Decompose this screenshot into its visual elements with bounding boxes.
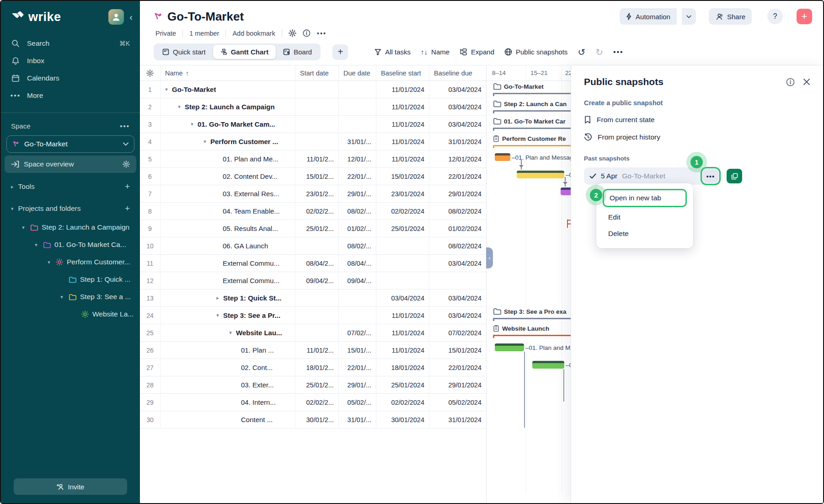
sidebar-item-search[interactable]: Search ⌘K bbox=[1, 35, 140, 52]
splitter-handle[interactable]: ‹ bbox=[486, 247, 493, 268]
snapshot-more-button[interactable]: ••• bbox=[703, 169, 718, 183]
due-date-cell[interactable]: 07/02/... bbox=[339, 324, 376, 341]
sidebar-item-more[interactable]: ••• More bbox=[1, 87, 140, 104]
start-date-cell[interactable] bbox=[295, 81, 339, 98]
tree-item[interactable]: Website La... bbox=[1, 306, 140, 323]
task-name-cell[interactable]: ▾Website Lau... bbox=[161, 324, 295, 341]
option-from-current-state[interactable]: From current state bbox=[584, 116, 810, 124]
start-date-cell[interactable]: 11/01/2... bbox=[295, 342, 339, 359]
chevron-down-icon[interactable]: ▾ bbox=[214, 312, 221, 318]
due-date-cell[interactable]: 31/01/... bbox=[339, 411, 376, 428]
start-date-cell[interactable] bbox=[295, 324, 339, 341]
due-date-cell[interactable]: 09/04/... bbox=[339, 272, 376, 289]
more-options-icon[interactable]: ••• bbox=[317, 30, 326, 37]
baseline-start-cell[interactable]: 25/01/2024 bbox=[376, 376, 429, 393]
sidebar-item-calendars[interactable]: Calendars bbox=[1, 70, 140, 87]
gantt-task-bar[interactable] bbox=[495, 343, 524, 351]
sidebar-section-projects[interactable]: ▾ Projects and folders + bbox=[1, 199, 140, 218]
help-button[interactable]: ? bbox=[767, 9, 783, 24]
column-header-baseline-start[interactable]: Baseline start bbox=[376, 65, 429, 80]
gantt-summary-item[interactable]: Step 2: Launch a Can bbox=[493, 100, 567, 107]
task-name-cell[interactable]: 01. Plan ... bbox=[161, 342, 295, 359]
start-date-cell[interactable]: 02/02/2... bbox=[295, 203, 339, 220]
baseline-due-cell[interactable] bbox=[429, 272, 486, 289]
table-row[interactable]: 2601. Plan ...11/01/2...15/01/...11/01/2… bbox=[140, 342, 486, 359]
copy-link-button[interactable] bbox=[727, 169, 742, 183]
baseline-due-cell[interactable]: 03/04/2024 bbox=[429, 290, 486, 306]
start-date-cell[interactable]: 25/01/2... bbox=[295, 376, 339, 393]
add-bookmark-link[interactable]: Add bookmark bbox=[232, 30, 275, 37]
share-button[interactable]: Share bbox=[709, 8, 752, 25]
due-date-cell[interactable]: 08/04/... bbox=[339, 255, 376, 272]
task-name-cell[interactable]: 05. Results Anal... bbox=[161, 220, 295, 237]
start-date-cell[interactable] bbox=[295, 98, 339, 115]
sidebar-section-tools[interactable]: ▸ Tools + bbox=[1, 177, 140, 196]
table-row[interactable]: 2904. Intern...02/02/2...05/02/...02/02/… bbox=[140, 394, 486, 411]
column-header-name[interactable]: Name↑ bbox=[161, 65, 295, 80]
due-date-cell[interactable]: 29/01/... bbox=[339, 185, 376, 202]
due-date-cell[interactable]: 15/01/... bbox=[339, 342, 376, 359]
gear-icon[interactable] bbox=[123, 161, 130, 168]
gantt-task-bar[interactable] bbox=[532, 361, 564, 369]
baseline-due-cell[interactable]: 22/01/2024 bbox=[429, 359, 486, 376]
option-from-project-history[interactable]: From project history bbox=[584, 133, 810, 141]
baseline-due-cell[interactable]: 03/04/2024 bbox=[429, 255, 486, 272]
baseline-start-cell[interactable]: 30/01/2024 bbox=[376, 411, 429, 428]
baseline-start-cell[interactable]: 02/02/2024 bbox=[376, 394, 429, 411]
create-new-button[interactable]: + bbox=[797, 9, 812, 24]
toolbar-more-icon[interactable]: ••• bbox=[613, 48, 624, 56]
chevron-down-icon[interactable]: ▾ bbox=[46, 259, 52, 265]
baseline-start-cell[interactable]: 11/01/2024 bbox=[376, 116, 429, 133]
due-date-cell[interactable] bbox=[339, 290, 376, 306]
redo-icon[interactable]: ↻ bbox=[595, 47, 603, 58]
table-row[interactable]: 4▾Perform Customer ...31/01/...11/01/202… bbox=[140, 133, 486, 150]
table-row[interactable]: 905. Results Anal...25/01/2...01/02/...2… bbox=[140, 220, 486, 237]
baseline-start-cell[interactable]: 11/01/2024 bbox=[376, 307, 429, 324]
baseline-start-cell[interactable]: 11/01/2024 bbox=[376, 133, 429, 150]
table-row[interactable]: 24▾Step 3: See a Pr...11/01/202403/04/20… bbox=[140, 307, 486, 324]
baseline-start-cell[interactable] bbox=[376, 237, 429, 254]
gantt-summary-item[interactable]: Website Launch bbox=[493, 325, 549, 332]
task-name-cell[interactable]: 03. Exter... bbox=[161, 376, 295, 393]
chevron-down-icon[interactable]: ▾ bbox=[227, 330, 234, 336]
task-name-cell[interactable]: ▾Step 2: Launch a Campaign bbox=[161, 98, 295, 115]
baseline-start-cell[interactable]: 23/01/2024 bbox=[376, 185, 429, 202]
gantt-summary-item[interactable]: Step 3: See a Pro exa bbox=[493, 308, 567, 315]
due-date-cell[interactable]: 22/01/... bbox=[339, 168, 376, 185]
due-date-cell[interactable]: 01/02/... bbox=[339, 220, 376, 237]
baseline-due-cell[interactable]: 01/02/2024 bbox=[429, 220, 486, 237]
task-name-cell[interactable]: 06. GA Launch bbox=[161, 237, 295, 254]
baseline-due-cell[interactable]: 07/02/2024 bbox=[429, 324, 486, 341]
sidebar-item-space-overview[interactable]: Space overview bbox=[5, 155, 136, 173]
baseline-due-cell[interactable]: 31/01/2024 bbox=[429, 133, 486, 150]
tab-gantt-chart[interactable]: Gantt Chart bbox=[213, 45, 276, 59]
table-row[interactable]: 1▾Go-To-Market11/01/202403/04/2024 bbox=[140, 81, 486, 98]
invite-button[interactable]: Invite bbox=[14, 478, 127, 495]
gantt-task-bar[interactable] bbox=[517, 171, 564, 178]
task-name-cell[interactable]: 03. External Res... bbox=[161, 185, 295, 202]
chevron-down-icon[interactable]: ▾ bbox=[163, 86, 170, 92]
tab-quick-start[interactable]: Quick start bbox=[155, 45, 213, 59]
due-date-cell[interactable] bbox=[339, 81, 376, 98]
chevron-down-icon[interactable]: ▾ bbox=[176, 104, 182, 110]
due-date-cell[interactable]: 29/01/... bbox=[339, 376, 376, 393]
task-name-cell[interactable]: 04. Team Enable... bbox=[161, 203, 295, 220]
due-date-cell[interactable]: 08/02/... bbox=[339, 203, 376, 220]
baseline-start-cell[interactable] bbox=[376, 255, 429, 272]
baseline-start-cell[interactable]: 11/01/2024 bbox=[376, 342, 429, 359]
task-name-cell[interactable]: ▸Step 1: Quick St... bbox=[161, 290, 295, 306]
start-date-cell[interactable]: 25/01/2... bbox=[295, 220, 339, 237]
gantt-summary-item[interactable]: Go-To-Market bbox=[493, 83, 544, 90]
chevron-down-icon[interactable]: ▾ bbox=[33, 242, 39, 248]
table-row[interactable]: 13▸Step 1: Quick St...03/04/202403/04/20… bbox=[140, 290, 486, 307]
table-row[interactable]: 1006. GA Launch08/02/...08/02/2024 bbox=[140, 237, 486, 255]
avatar[interactable] bbox=[108, 9, 124, 25]
expand-control[interactable]: Expand bbox=[460, 48, 494, 56]
baseline-start-cell[interactable]: 03/04/2024 bbox=[376, 290, 429, 306]
baseline-start-cell[interactable]: 11/01/2024 bbox=[376, 81, 429, 98]
baseline-due-cell[interactable]: 12/01/2024 bbox=[429, 150, 486, 167]
start-date-cell[interactable]: 11/01/2... bbox=[295, 150, 339, 167]
table-row[interactable]: 12External Commu...09/04/2...09/04/... bbox=[140, 272, 486, 290]
baseline-start-cell[interactable]: 25/01/2024 bbox=[376, 220, 429, 237]
chevron-down-icon[interactable]: ▾ bbox=[59, 294, 65, 300]
